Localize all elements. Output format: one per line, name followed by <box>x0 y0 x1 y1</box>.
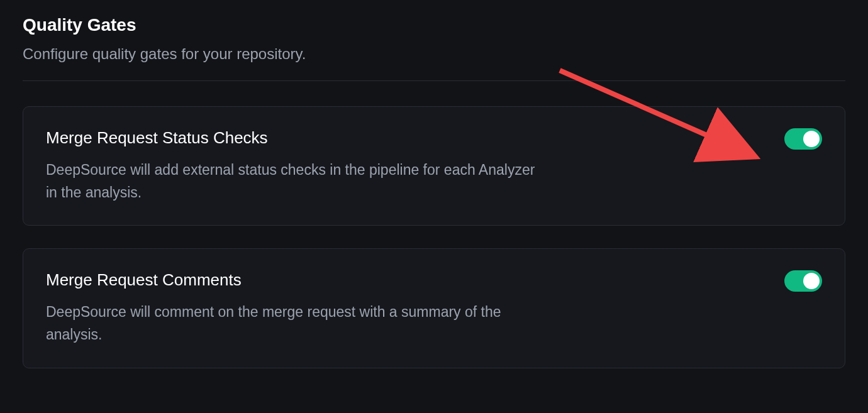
setting-card-comments: Merge Request Comments DeepSource will c… <box>23 248 845 368</box>
toggle-knob <box>803 131 820 147</box>
toggle-status-checks[interactable] <box>784 128 822 150</box>
divider <box>23 80 845 81</box>
setting-content: Merge Request Comments DeepSource will c… <box>46 270 537 346</box>
page-subtitle: Configure quality gates for your reposit… <box>23 45 845 63</box>
setting-content: Merge Request Status Checks DeepSource w… <box>46 128 537 204</box>
setting-card-status-checks: Merge Request Status Checks DeepSource w… <box>23 106 845 226</box>
setting-title: Merge Request Comments <box>46 270 537 290</box>
setting-description: DeepSource will add external status chec… <box>46 159 537 204</box>
toggle-knob <box>803 273 820 289</box>
setting-title: Merge Request Status Checks <box>46 128 537 148</box>
setting-description: DeepSource will comment on the merge req… <box>46 301 537 346</box>
page-title: Quality Gates <box>23 15 845 35</box>
toggle-comments[interactable] <box>784 270 822 292</box>
